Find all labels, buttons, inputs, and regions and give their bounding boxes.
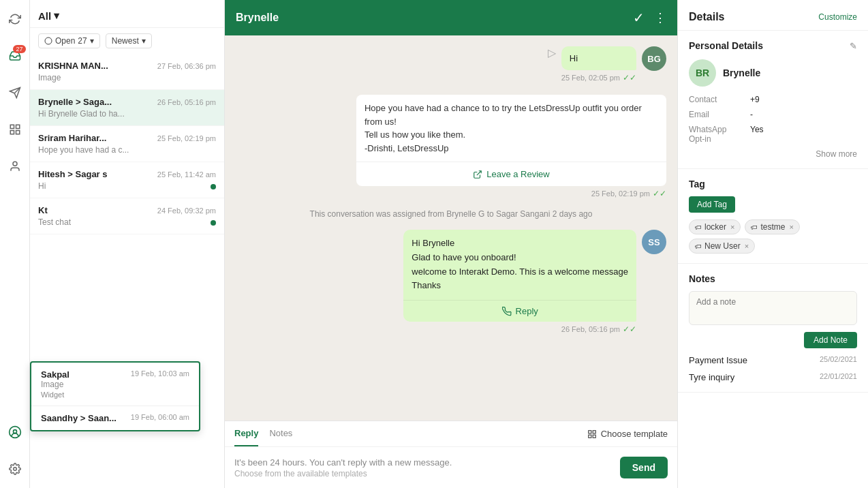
tag-remove-new-user[interactable]: × (745, 242, 749, 250)
chat-main: Brynelle ✓ ⋮ ▷ Hi 25 Feb, 02:05 pm ✓✓ BG (225, 0, 677, 488)
svg-rect-3 (16, 125, 19, 128)
chat-item[interactable]: Kt 24 Feb, 09:32 pm Test chat (30, 198, 224, 234)
user-avatar: BR (689, 59, 716, 87)
chat-header: Brynelle ✓ ⋮ (225, 0, 677, 35)
tag-chip-testme: 🏷 testme × (745, 219, 799, 234)
personal-details-section: Personal Details ✎ BR Brynelle Contact +… (678, 31, 868, 169)
chat-item[interactable]: KRISHNA MAN... 27 Feb, 06:36 pm Image (30, 54, 224, 90)
svg-point-8 (13, 468, 16, 471)
note-date: 22/01/2021 (820, 372, 857, 382)
message-bubble-right: Hi 25 Feb, 02:05 pm ✓✓ (561, 46, 636, 82)
whatsapp-label: WhatsApp Opt-in (689, 125, 743, 144)
chat-list-header: All ▾ (30, 0, 224, 28)
chat-item-time: 25 Feb, 02:19 pm (157, 134, 216, 142)
chat-item-name: Hitesh > Sagar s (38, 169, 108, 179)
email-row: Email - (689, 110, 857, 119)
chat-input-area: Reply Notes Choose template It's been 24… (225, 421, 677, 488)
all-dropdown[interactable]: All ▾ (38, 10, 59, 22)
notes-input[interactable] (689, 291, 857, 325)
grid-icon[interactable] (3, 117, 27, 142)
choose-template-label: Choose template (601, 429, 668, 439)
chat-item[interactable]: Brynelle > Saga... 26 Feb, 05:16 pm Hi B… (30, 90, 224, 126)
tick-icon: ✓✓ (653, 189, 666, 198)
inbox-icon[interactable]: 27 (3, 44, 27, 68)
tick-icon: ✓✓ (623, 324, 636, 334)
chat-header-name: Brynelle (236, 12, 279, 24)
note-date: 25/02/2021 (820, 355, 857, 365)
svg-point-7 (9, 427, 20, 438)
chat-item-preview: Hope you have had a c... (38, 145, 174, 155)
chat-item[interactable]: Hitesh > Sagar s 25 Feb, 11:42 am Hi (30, 162, 224, 198)
choose-template-button[interactable]: Choose template (587, 429, 668, 439)
add-note-button[interactable]: Add Note (804, 332, 857, 348)
chat-item-name: KRISHNA MAN... (38, 61, 108, 71)
settings-icon[interactable] (3, 457, 27, 481)
message-time: 26 Feb, 05:16 pm (561, 325, 620, 333)
message-row: Hope you have had a chance to to try the… (236, 91, 666, 198)
review-card: Hope you have had a chance to to try the… (356, 95, 666, 186)
input-main-placeholder: It's been 24 hours. You can't reply with… (234, 457, 613, 468)
send-button[interactable]: Send (620, 457, 668, 478)
open-label: Open (55, 36, 75, 46)
tab-notes[interactable]: Notes (269, 421, 292, 446)
message-time: 25 Feb, 02:05 pm (561, 74, 620, 82)
contacts-icon[interactable] (3, 154, 27, 179)
svg-line-10 (477, 170, 481, 174)
message-meta: 25 Feb, 02:19 pm ✓✓ (356, 189, 666, 198)
tag-icon: 🏷 (695, 224, 702, 231)
edit-icon[interactable]: ✎ (850, 41, 857, 51)
customize-button[interactable]: Customize (818, 12, 857, 22)
tag-remove-locker[interactable]: × (730, 223, 734, 231)
tag-section-title: Tag (689, 179, 705, 189)
contact-label: Contact (689, 95, 743, 104)
whatsapp-value: Yes (750, 125, 764, 134)
chat-item[interactable]: Sriram Harihar... 25 Feb, 02:19 pm Hope … (30, 126, 224, 162)
svg-rect-5 (16, 131, 19, 134)
leave-review-link[interactable]: Leave a Review (356, 162, 666, 186)
newest-label: Newest (112, 36, 139, 46)
refresh-icon[interactable] (3, 7, 27, 31)
add-tag-button[interactable]: Add Tag (689, 196, 735, 213)
email-label: Email (689, 110, 743, 119)
tab-reply[interactable]: Reply (234, 421, 258, 446)
chevron-down-icon: ▾ (54, 10, 59, 22)
complete-icon[interactable]: ✓ (633, 10, 645, 26)
more-options-icon[interactable]: ⋮ (654, 10, 666, 25)
chat-item-preview: Hi Brynelle Glad to ha... (38, 109, 174, 119)
show-more-link[interactable]: Show more (689, 149, 857, 159)
tag-label: locker (704, 222, 726, 232)
message-time: 25 Feb, 02:19 pm (591, 189, 650, 198)
contact-row: Contact +9 (689, 95, 857, 104)
input-placeholder-area: It's been 24 hours. You can't reply with… (234, 457, 613, 478)
popup-item[interactable]: Saandhy > Saan... 19 Feb, 06:00 am (31, 406, 199, 430)
chevron-down-icon: ▾ (142, 36, 146, 46)
chat-input-tabs: Reply Notes Choose template (225, 421, 677, 447)
message-meta: 25 Feb, 02:05 pm ✓✓ (561, 73, 636, 82)
message-row: Hi BrynelleGlad to have you onboard!welc… (236, 230, 666, 334)
details-header: Details Customize (678, 0, 868, 31)
newest-filter[interactable]: Newest ▾ (106, 33, 152, 48)
user-circle-icon[interactable] (3, 420, 27, 444)
tag-label: testme (760, 222, 785, 232)
message-card: Hope you have had a chance to to try the… (356, 91, 666, 198)
popup-item[interactable]: Sakpal 19 Feb, 10:03 am Image Widget (31, 363, 199, 406)
chat-item-name: Kt (38, 205, 48, 215)
chat-input-body: It's been 24 hours. You can't reply with… (225, 447, 677, 488)
system-message: This conversation was assigned from Bryn… (236, 207, 666, 222)
reply-card: Hi BrynelleGlad to have you onboard!welc… (403, 230, 636, 322)
tag-chip-new-user: 🏷 New User × (689, 239, 755, 254)
unread-dot (211, 220, 216, 226)
svg-rect-13 (588, 435, 591, 438)
open-filter[interactable]: Open 27 ▾ (38, 33, 100, 48)
note-item: Tyre inquiry 22/01/2021 (689, 372, 857, 382)
inbox-badge: 27 (13, 45, 25, 53)
chat-item-time: 24 Feb, 09:32 pm (157, 207, 216, 215)
review-card-body: Hope you have had a chance to to try the… (356, 95, 666, 162)
svg-rect-12 (593, 430, 595, 433)
note-item: Payment Issue 25/02/2021 (689, 355, 857, 365)
tag-remove-testme[interactable]: × (789, 223, 793, 231)
popup-item-time: 19 Feb, 10:03 am (131, 369, 189, 380)
reply-action[interactable]: Reply (403, 300, 636, 322)
forward-button[interactable]: ▷ (548, 46, 556, 59)
send-icon[interactable] (3, 80, 27, 105)
